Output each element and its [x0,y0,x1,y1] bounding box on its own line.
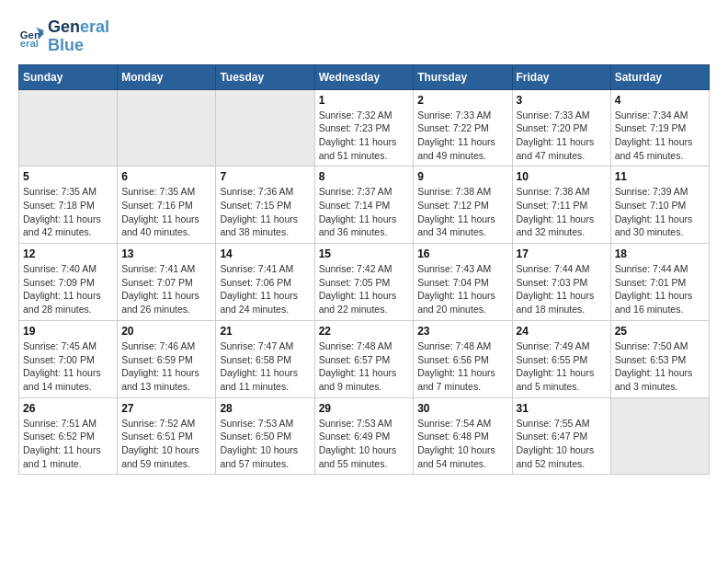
calendar-week-row: 19Sunrise: 7:45 AM Sunset: 7:00 PM Dayli… [19,320,710,397]
day-number: 21 [220,325,310,338]
day-cell: 24Sunrise: 7:49 AM Sunset: 6:55 PM Dayli… [512,320,610,397]
day-cell: 10Sunrise: 7:38 AM Sunset: 7:11 PM Dayli… [512,167,610,244]
day-info: Sunrise: 7:34 AM Sunset: 7:19 PM Dayligh… [615,109,705,163]
calendar-week-row: 26Sunrise: 7:51 AM Sunset: 6:52 PM Dayli… [19,397,710,475]
day-info: Sunrise: 7:36 AM Sunset: 7:15 PM Dayligh… [220,185,310,239]
day-number: 28 [220,402,310,415]
logo: Gen eral GeneralBlue [18,18,109,55]
day-cell: 19Sunrise: 7:45 AM Sunset: 7:00 PM Dayli… [19,320,118,397]
day-number: 31 [517,402,607,415]
day-cell: 8Sunrise: 7:37 AM Sunset: 7:14 PM Daylig… [314,167,414,244]
day-info: Sunrise: 7:46 AM Sunset: 6:59 PM Dayligh… [121,339,211,394]
calendar-week-row: 1Sunrise: 7:32 AM Sunset: 7:23 PM Daylig… [19,89,710,167]
day-cell: 25Sunrise: 7:50 AM Sunset: 6:53 PM Dayli… [610,320,709,397]
day-cell: 9Sunrise: 7:38 AM Sunset: 7:12 PM Daylig… [414,167,512,244]
day-cell: 2Sunrise: 7:33 AM Sunset: 7:22 PM Daylig… [414,89,512,167]
day-cell: 16Sunrise: 7:43 AM Sunset: 7:04 PM Dayli… [414,244,512,321]
day-info: Sunrise: 7:38 AM Sunset: 7:12 PM Dayligh… [417,185,507,239]
day-number: 22 [319,325,410,338]
day-info: Sunrise: 7:49 AM Sunset: 6:55 PM Dayligh… [517,339,607,394]
day-info: Sunrise: 7:50 AM Sunset: 6:53 PM Dayligh… [615,339,705,394]
day-number: 25 [615,325,705,338]
day-header-sunday: Sunday [19,64,118,89]
day-info: Sunrise: 7:40 AM Sunset: 7:09 PM Dayligh… [23,262,113,316]
day-cell: 31Sunrise: 7:55 AM Sunset: 6:47 PM Dayli… [512,397,610,475]
day-info: Sunrise: 7:41 AM Sunset: 7:06 PM Dayligh… [220,262,310,316]
day-cell: 23Sunrise: 7:48 AM Sunset: 6:56 PM Dayli… [414,320,512,397]
calendar-week-row: 12Sunrise: 7:40 AM Sunset: 7:09 PM Dayli… [19,244,710,321]
day-info: Sunrise: 7:33 AM Sunset: 7:20 PM Dayligh… [517,109,607,163]
day-header-wednesday: Wednesday [314,64,414,89]
day-info: Sunrise: 7:51 AM Sunset: 6:52 PM Dayligh… [23,417,113,471]
day-number: 20 [121,325,211,338]
day-info: Sunrise: 7:54 AM Sunset: 6:48 PM Dayligh… [417,417,507,471]
svg-text:eral: eral [20,38,39,49]
logo-icon: Gen eral [18,24,44,50]
day-info: Sunrise: 7:37 AM Sunset: 7:14 PM Dayligh… [319,185,410,239]
day-number: 27 [121,402,211,415]
page-header: Gen eral GeneralBlue [18,18,710,55]
day-info: Sunrise: 7:45 AM Sunset: 7:00 PM Dayligh… [23,339,113,394]
day-number: 6 [121,170,211,183]
day-number: 4 [615,94,705,107]
day-cell: 28Sunrise: 7:53 AM Sunset: 6:50 PM Dayli… [216,397,314,475]
day-cell: 18Sunrise: 7:44 AM Sunset: 7:01 PM Dayli… [610,244,709,321]
empty-cell [216,89,314,167]
empty-cell [19,89,118,167]
day-cell: 29Sunrise: 7:53 AM Sunset: 6:49 PM Dayli… [314,397,414,475]
day-info: Sunrise: 7:33 AM Sunset: 7:22 PM Dayligh… [417,109,507,163]
day-info: Sunrise: 7:35 AM Sunset: 7:16 PM Dayligh… [121,185,211,239]
day-cell: 30Sunrise: 7:54 AM Sunset: 6:48 PM Dayli… [414,397,512,475]
day-number: 9 [417,170,507,183]
day-number: 16 [417,247,507,260]
day-info: Sunrise: 7:41 AM Sunset: 7:07 PM Dayligh… [121,262,211,316]
day-info: Sunrise: 7:38 AM Sunset: 7:11 PM Dayligh… [517,185,607,239]
day-info: Sunrise: 7:53 AM Sunset: 6:50 PM Dayligh… [220,417,310,471]
day-info: Sunrise: 7:32 AM Sunset: 7:23 PM Dayligh… [319,109,410,163]
day-info: Sunrise: 7:44 AM Sunset: 7:03 PM Dayligh… [517,262,607,316]
day-info: Sunrise: 7:52 AM Sunset: 6:51 PM Dayligh… [121,417,211,471]
day-cell: 3Sunrise: 7:33 AM Sunset: 7:20 PM Daylig… [512,89,610,167]
day-header-saturday: Saturday [610,64,709,89]
day-info: Sunrise: 7:44 AM Sunset: 7:01 PM Dayligh… [615,262,705,316]
day-number: 26 [23,402,113,415]
day-number: 2 [417,94,507,107]
day-cell: 22Sunrise: 7:48 AM Sunset: 6:57 PM Dayli… [314,320,414,397]
day-number: 8 [319,170,410,183]
calendar-header-row: SundayMondayTuesdayWednesdayThursdayFrid… [19,64,710,89]
day-cell: 11Sunrise: 7:39 AM Sunset: 7:10 PM Dayli… [610,167,709,244]
day-cell: 20Sunrise: 7:46 AM Sunset: 6:59 PM Dayli… [118,320,216,397]
day-info: Sunrise: 7:43 AM Sunset: 7:04 PM Dayligh… [417,262,507,316]
day-number: 19 [23,325,113,338]
day-info: Sunrise: 7:55 AM Sunset: 6:47 PM Dayligh… [517,417,607,471]
day-number: 30 [417,402,507,415]
day-header-thursday: Thursday [414,64,512,89]
logo-text: GeneralBlue [48,18,109,55]
day-number: 5 [23,170,113,183]
day-number: 23 [417,325,507,338]
empty-cell [610,397,709,475]
day-number: 29 [319,402,410,415]
day-cell: 7Sunrise: 7:36 AM Sunset: 7:15 PM Daylig… [216,167,314,244]
day-info: Sunrise: 7:42 AM Sunset: 7:05 PM Dayligh… [319,262,410,316]
day-cell: 15Sunrise: 7:42 AM Sunset: 7:05 PM Dayli… [314,244,414,321]
day-cell: 1Sunrise: 7:32 AM Sunset: 7:23 PM Daylig… [314,89,414,167]
day-number: 10 [517,170,607,183]
day-cell: 26Sunrise: 7:51 AM Sunset: 6:52 PM Dayli… [19,397,118,475]
day-number: 13 [121,247,211,260]
day-cell: 4Sunrise: 7:34 AM Sunset: 7:19 PM Daylig… [610,89,709,167]
day-cell: 13Sunrise: 7:41 AM Sunset: 7:07 PM Dayli… [118,244,216,321]
day-info: Sunrise: 7:35 AM Sunset: 7:18 PM Dayligh… [23,185,113,239]
day-cell: 21Sunrise: 7:47 AM Sunset: 6:58 PM Dayli… [216,320,314,397]
day-cell: 5Sunrise: 7:35 AM Sunset: 7:18 PM Daylig… [19,167,118,244]
day-header-tuesday: Tuesday [216,64,314,89]
day-number: 3 [517,94,607,107]
day-number: 14 [220,247,310,260]
day-cell: 12Sunrise: 7:40 AM Sunset: 7:09 PM Dayli… [19,244,118,321]
calendar-table: SundayMondayTuesdayWednesdayThursdayFrid… [18,64,710,476]
day-cell: 14Sunrise: 7:41 AM Sunset: 7:06 PM Dayli… [216,244,314,321]
calendar-week-row: 5Sunrise: 7:35 AM Sunset: 7:18 PM Daylig… [19,167,710,244]
day-info: Sunrise: 7:48 AM Sunset: 6:56 PM Dayligh… [417,339,507,394]
empty-cell [118,89,216,167]
day-number: 12 [23,247,113,260]
